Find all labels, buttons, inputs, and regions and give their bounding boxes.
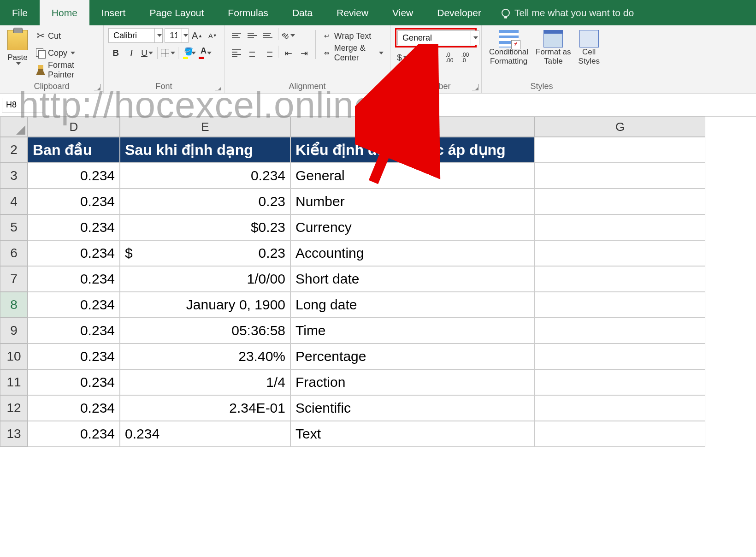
format-as-table-button[interactable]: Format as Table (533, 28, 574, 67)
cell[interactable]: 0.234 (28, 292, 120, 318)
cut-button[interactable]: ✂ Cut (33, 28, 99, 44)
row-header[interactable]: 12 (0, 395, 28, 421)
cell[interactable] (535, 163, 705, 189)
column-header[interactable]: G (535, 117, 705, 137)
font-name-input[interactable] (109, 31, 154, 41)
column-header[interactable]: E (120, 117, 290, 137)
align-top-button[interactable] (229, 28, 244, 43)
number-format-combo[interactable] (397, 30, 479, 45)
bold-button[interactable]: B (108, 46, 123, 60)
cell[interactable]: Accounting (290, 240, 535, 266)
cell[interactable]: January 0, 1900 (120, 292, 290, 318)
decrease-font-button[interactable]: A▼ (206, 28, 220, 43)
accounting-format-button[interactable]: $ (395, 50, 410, 65)
column-header[interactable]: F (290, 117, 535, 137)
increase-decimal-button[interactable]: .0.00 (442, 50, 457, 65)
cell[interactable]: Number (290, 189, 535, 214)
table-header-cell[interactable]: Sau khi định dạng (120, 137, 290, 163)
decrease-decimal-button[interactable]: .00.0 (458, 50, 472, 65)
align-left-button[interactable] (229, 46, 244, 60)
cell[interactable]: General (290, 163, 535, 189)
font-size-input[interactable] (165, 31, 182, 41)
comma-button[interactable]: , (426, 50, 441, 65)
align-right-button[interactable] (260, 46, 275, 60)
row-header[interactable]: 8 (0, 292, 28, 318)
format-painter-button[interactable]: Format Painter (33, 62, 99, 78)
tab-review[interactable]: Review (325, 0, 380, 25)
cell[interactable] (535, 266, 705, 292)
cell[interactable]: 0.234 (28, 240, 120, 266)
tab-home[interactable]: Home (40, 0, 89, 25)
row-header[interactable]: 2 (0, 137, 28, 163)
row-header[interactable]: 10 (0, 344, 28, 369)
cell[interactable]: 0.234 (28, 395, 120, 421)
cell[interactable]: 0.234 (28, 421, 120, 447)
tab-developer[interactable]: Developer (425, 0, 493, 25)
dialog-launcher[interactable] (94, 84, 100, 90)
cell[interactable]: 0.234 (28, 163, 120, 189)
increase-indent-button[interactable]: ⇥ (297, 46, 312, 60)
column-header[interactable]: D (28, 117, 120, 137)
dialog-launcher[interactable] (381, 84, 387, 90)
orientation-button[interactable]: ab (281, 28, 296, 43)
cell[interactable]: 0.234 (28, 344, 120, 369)
cell[interactable]: 2.34E-01 (120, 395, 290, 421)
cell[interactable]: Scientific (290, 395, 535, 421)
cell[interactable]: Percentage (290, 344, 535, 369)
row-header[interactable]: 3 (0, 163, 28, 189)
cell[interactable]: Currency (290, 214, 535, 240)
row-header[interactable]: 5 (0, 214, 28, 240)
tab-page-layout[interactable]: Page Layout (137, 0, 216, 25)
cell[interactable]: $0.23 (120, 214, 290, 240)
cell[interactable] (535, 292, 705, 318)
cell[interactable] (535, 214, 705, 240)
tab-formulas[interactable]: Formulas (216, 0, 280, 25)
cell[interactable]: 1/0/00 (120, 266, 290, 292)
cell[interactable]: 0.234 (120, 421, 290, 447)
underline-button[interactable]: U (140, 46, 154, 60)
tab-view[interactable]: View (380, 0, 425, 25)
cell[interactable] (535, 369, 705, 395)
cell[interactable]: 23.40% (120, 344, 290, 369)
increase-font-button[interactable]: A▲ (190, 28, 204, 43)
cell[interactable]: 0.234 (28, 214, 120, 240)
cell[interactable] (535, 344, 705, 369)
cell[interactable]: $0.23 (120, 240, 290, 266)
decrease-indent-button[interactable]: ⇤ (281, 46, 296, 60)
row-header[interactable]: 11 (0, 369, 28, 395)
tell-me-search[interactable]: Tell me what you want to do (493, 0, 642, 25)
cell[interactable]: 0.234 (28, 318, 120, 344)
cell[interactable] (535, 421, 705, 447)
conditional-formatting-button[interactable]: Conditional Formatting (486, 28, 531, 67)
dialog-launcher[interactable] (215, 84, 221, 90)
percent-button[interactable]: % (411, 50, 425, 65)
cell[interactable]: 0.234 (28, 266, 120, 292)
cell[interactable] (535, 395, 705, 421)
cell[interactable]: 0.234 (28, 189, 120, 214)
name-box[interactable]: H8 (2, 98, 43, 113)
cell[interactable]: 05:36:58 (120, 318, 290, 344)
font-name-combo[interactable] (108, 28, 163, 43)
row-header[interactable]: 9 (0, 318, 28, 344)
cell[interactable] (535, 137, 705, 163)
cell-styles-button[interactable]: Cell Styles (576, 28, 602, 67)
borders-button[interactable] (160, 46, 175, 60)
cell[interactable]: 1/4 (120, 369, 290, 395)
cell[interactable]: 0.234 (120, 163, 290, 189)
worksheet-grid[interactable]: DEFG2Ban đầuSau khi định dạngKiểu định d… (0, 117, 756, 447)
font-size-combo[interactable] (165, 28, 189, 43)
select-all-corner[interactable] (0, 117, 28, 137)
font-color-button[interactable]: A (197, 46, 212, 60)
row-header[interactable]: 6 (0, 240, 28, 266)
paste-button[interactable]: Paste (5, 28, 30, 78)
dialog-launcher[interactable] (472, 84, 478, 90)
merge-center-button[interactable]: ⇔ Merge & Center (319, 45, 385, 61)
tab-file[interactable]: File (0, 0, 40, 25)
align-middle-button[interactable] (245, 28, 260, 43)
cell[interactable]: Short date (290, 266, 535, 292)
fill-color-button[interactable]: 🪣 (181, 46, 196, 60)
row-header[interactable]: 4 (0, 189, 28, 214)
wrap-text-button[interactable]: ↩ Wrap Text (319, 28, 385, 44)
cell[interactable]: Fraction (290, 369, 535, 395)
copy-button[interactable]: Copy (33, 45, 99, 61)
